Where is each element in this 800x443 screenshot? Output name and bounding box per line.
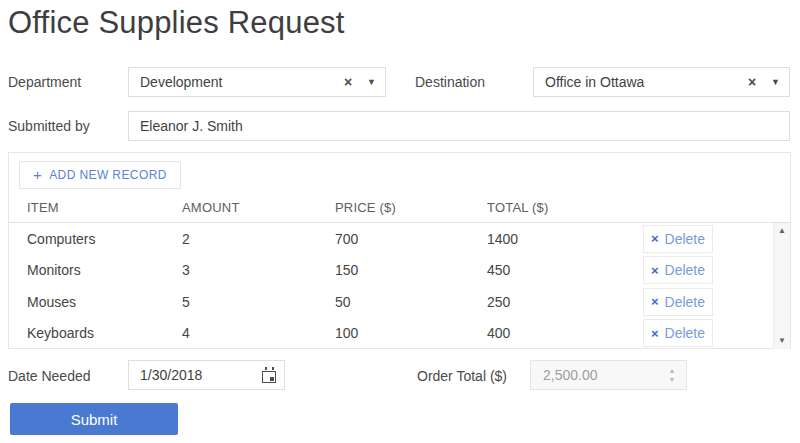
plus-icon: + [33, 166, 42, 183]
chevron-down-icon[interactable]: ▼ [358, 77, 385, 87]
cell-item[interactable]: Monitors [9, 262, 164, 278]
column-header-total[interactable]: TOTAL ($) [469, 196, 635, 222]
chevron-down-icon[interactable]: ▼ [762, 77, 789, 87]
submitted-by-value: Eleanor J. Smith [129, 118, 789, 134]
cell-amount[interactable]: 2 [164, 231, 317, 247]
delete-label: Delete [665, 231, 705, 247]
cell-total[interactable]: 450 [469, 262, 635, 278]
column-header-item[interactable]: ITEM [9, 196, 164, 222]
department-value[interactable]: Development [129, 74, 338, 90]
clear-icon[interactable]: × [742, 74, 762, 90]
delete-x-icon: × [651, 231, 659, 246]
department-label: Department [8, 67, 81, 97]
grid-body: Computers 2 700 1400 × Delete Monitors 3… [9, 223, 790, 349]
delete-x-icon: × [651, 263, 659, 278]
cell-total[interactable]: 1400 [469, 231, 635, 247]
cell-price[interactable]: 150 [317, 262, 469, 278]
cell-total[interactable]: 400 [469, 325, 635, 341]
cell-amount[interactable]: 4 [164, 325, 317, 341]
order-total-input: 2,500.00 ▲ ▼ [530, 360, 687, 390]
cell-item[interactable]: Keyboards [9, 325, 164, 341]
date-needed-value[interactable]: 1/30/2018 [129, 367, 254, 383]
table-row[interactable]: Monitors 3 150 450 × Delete [9, 255, 773, 287]
table-row[interactable]: Keyboards 4 100 400 × Delete [9, 318, 773, 350]
submit-button[interactable]: Submit [10, 403, 178, 435]
delete-button[interactable]: × Delete [643, 288, 713, 316]
cell-total[interactable]: 250 [469, 294, 635, 310]
date-needed-label: Date Needed [8, 361, 91, 391]
delete-x-icon: × [651, 294, 659, 309]
page-title: Office Supplies Request [8, 0, 345, 46]
table-row[interactable]: Computers 2 700 1400 × Delete [9, 223, 773, 255]
cell-item[interactable]: Computers [9, 231, 164, 247]
numeric-spinner: ▲ ▼ [658, 367, 686, 383]
date-needed-picker[interactable]: 1/30/2018 [128, 360, 285, 390]
spin-up-icon: ▲ [669, 367, 676, 374]
clear-icon[interactable]: × [338, 74, 358, 90]
add-new-record-button[interactable]: + ADD NEW RECORD [19, 161, 181, 189]
delete-x-icon: × [651, 326, 659, 341]
grid-rows: Computers 2 700 1400 × Delete Monitors 3… [9, 223, 773, 349]
destination-label: Destination [415, 67, 485, 97]
department-combobox[interactable]: Development × ▼ [128, 67, 386, 97]
add-new-record-label: ADD NEW RECORD [49, 168, 167, 182]
grid-header-row: ITEM AMOUNT PRICE ($) TOTAL ($) [9, 196, 790, 223]
cell-item[interactable]: Mouses [9, 294, 164, 310]
order-total-value: 2,500.00 [531, 367, 658, 383]
calendar-icon[interactable] [254, 368, 284, 383]
delete-button[interactable]: × Delete [643, 225, 713, 253]
cell-amount[interactable]: 5 [164, 294, 317, 310]
destination-value[interactable]: Office in Ottawa [534, 74, 742, 90]
grid-toolbar: + ADD NEW RECORD [9, 153, 790, 196]
cell-price[interactable]: 100 [317, 325, 469, 341]
column-header-amount[interactable]: AMOUNT [164, 196, 317, 222]
scroll-down-icon[interactable]: ▼ [778, 333, 786, 349]
delete-label: Delete [665, 294, 705, 310]
cell-amount[interactable]: 3 [164, 262, 317, 278]
office-supplies-request-page: Office Supplies Request Department Devel… [0, 0, 800, 443]
column-header-actions [635, 196, 773, 222]
order-total-label: Order Total ($) [417, 361, 507, 391]
cell-price[interactable]: 50 [317, 294, 469, 310]
supplies-grid: + ADD NEW RECORD ITEM AMOUNT PRICE ($) T… [8, 152, 791, 349]
destination-combobox[interactable]: Office in Ottawa × ▼ [533, 67, 790, 97]
vertical-scrollbar[interactable]: ▲ ▼ [773, 223, 790, 349]
cell-price[interactable]: 700 [317, 231, 469, 247]
spin-down-icon: ▼ [669, 376, 676, 383]
table-row[interactable]: Mouses 5 50 250 × Delete [9, 286, 773, 318]
column-header-price[interactable]: PRICE ($) [317, 196, 469, 222]
scroll-up-icon[interactable]: ▲ [778, 223, 786, 239]
delete-button[interactable]: × Delete [643, 256, 713, 284]
delete-label: Delete [665, 325, 705, 341]
submitted-by-input[interactable]: Eleanor J. Smith [128, 111, 790, 141]
delete-label: Delete [665, 262, 705, 278]
submitted-by-label: Submitted by [8, 111, 90, 141]
delete-button[interactable]: × Delete [643, 319, 713, 347]
